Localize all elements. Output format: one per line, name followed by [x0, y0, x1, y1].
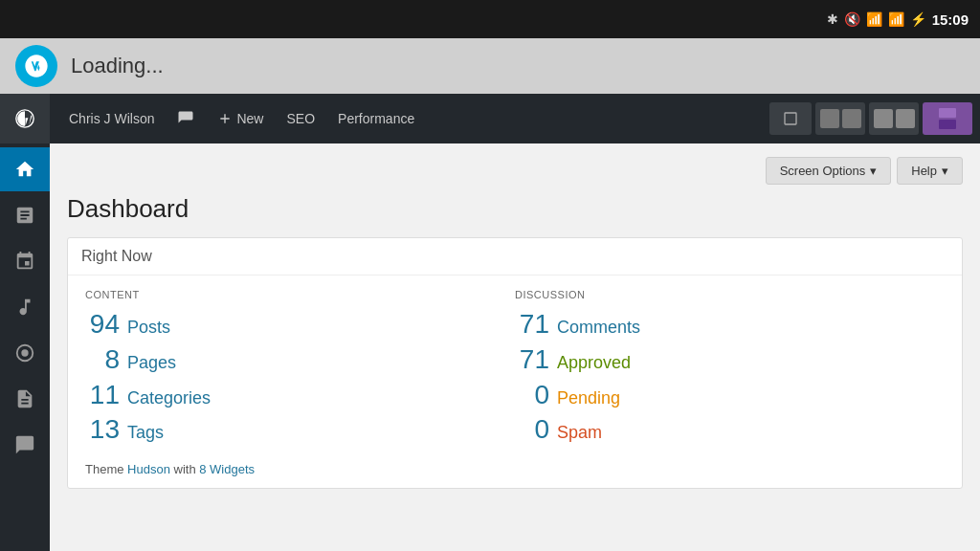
purple-bottom: [939, 120, 956, 129]
screen-options-arrow: ▾: [870, 164, 877, 178]
admin-bar-site-name[interactable]: Chris J Wilson: [59, 94, 164, 143]
theme-line: Theme Hudson with 8 Widgets: [85, 462, 945, 476]
right-now-title: Right Now: [68, 238, 962, 276]
wifi-icon: 📶: [866, 11, 882, 27]
top-bar: Screen Options ▾ Help ▾: [67, 157, 963, 185]
pending-name[interactable]: Pending: [557, 388, 620, 408]
content-section: CONTENT 94 Posts 8 Pages 11 Categories: [85, 289, 515, 451]
discussion-section: DISCUSSION 71 Comments 71 Approved 0 Pen…: [515, 289, 945, 451]
admin-btn-2[interactable]: [815, 102, 865, 135]
screen-options-button[interactable]: Screen Options ▾: [766, 157, 892, 185]
approved-row: 71 Approved: [515, 345, 945, 375]
new-label: New: [236, 111, 263, 126]
page-title: Dashboard: [67, 194, 963, 224]
sidebar-comment-icon: [14, 434, 35, 455]
mute-icon: 🔇: [844, 11, 860, 27]
signal-icon: 📶: [888, 11, 904, 27]
circle-icon: [14, 342, 35, 364]
status-icons: ✱ 🔇 📶 📶 ⚡ 15:09: [827, 11, 969, 28]
posts-icon: [14, 205, 35, 226]
status-time: 15:09: [932, 11, 969, 28]
theme-name-link[interactable]: Hudson: [127, 462, 170, 476]
admin-btn-1[interactable]: [769, 102, 812, 135]
seo-label: SEO: [286, 111, 315, 126]
approved-name[interactable]: Approved: [557, 353, 631, 373]
admin-btn-1-icon: [783, 111, 798, 126]
admin-bar-wp-logo[interactable]: [0, 94, 50, 143]
posts-name[interactable]: Posts: [127, 318, 170, 338]
pin-icon: [14, 251, 35, 272]
admin-btn-2-box2: [842, 109, 861, 128]
categories-name[interactable]: Categories: [127, 388, 211, 408]
categories-row: 11 Categories: [85, 381, 515, 410]
admin-bar: Chris J Wilson New SEO Performance: [0, 94, 980, 143]
admin-bar-new[interactable]: New: [208, 94, 273, 143]
status-bar: ✱ 🔇 📶 📶 ⚡ 15:09: [0, 0, 980, 38]
admin-btn-3[interactable]: [869, 102, 919, 135]
bluetooth-icon: ✱: [827, 11, 838, 27]
comments-count: 71: [515, 310, 549, 340]
screen-options-label: Screen Options: [780, 164, 866, 178]
media-icon: [14, 297, 35, 318]
pending-row: 0 Pending: [515, 381, 945, 410]
pending-count: 0: [515, 381, 549, 410]
spam-count: 0: [515, 415, 549, 445]
categories-count: 11: [85, 381, 120, 410]
approved-count: 71: [515, 345, 549, 375]
battery-icon: ⚡: [910, 11, 926, 27]
help-button[interactable]: Help ▾: [897, 157, 963, 185]
performance-label: Performance: [338, 111, 414, 126]
tags-name[interactable]: Tags: [127, 423, 164, 443]
posts-count: 94: [85, 310, 120, 340]
sidebar-item-home[interactable]: [0, 147, 50, 191]
pages-row: 8 Pages: [85, 345, 515, 375]
discussion-label: DISCUSSION: [515, 289, 945, 300]
admin-wp-icon: [14, 108, 35, 129]
sidebar-item-posts[interactable]: [0, 193, 50, 237]
pages-icon: [14, 388, 35, 409]
wp-logo-large: [15, 45, 57, 87]
admin-bar-comments[interactable]: [167, 94, 204, 143]
posts-row: 94 Posts: [85, 310, 515, 340]
admin-btn-3-box2: [896, 109, 915, 128]
spam-name[interactable]: Spam: [557, 423, 602, 443]
comment-icon: [177, 110, 194, 127]
sidebar-item-media[interactable]: [0, 285, 50, 329]
widget-link[interactable]: 8 Widgets: [199, 462, 255, 476]
admin-bar-items: Chris J Wilson New SEO Performance: [50, 94, 769, 143]
right-now-body: CONTENT 94 Posts 8 Pages 11 Categories: [68, 276, 962, 488]
sidebar-item-pin[interactable]: [0, 239, 50, 283]
sidebar: [0, 143, 50, 551]
admin-btn-2-box1: [820, 109, 839, 128]
spam-row: 0 Spam: [515, 415, 945, 445]
admin-bar-right: [769, 102, 980, 135]
content-label: CONTENT: [85, 289, 515, 300]
comments-name[interactable]: Comments: [557, 318, 640, 338]
comments-row: 71 Comments: [515, 310, 945, 340]
theme-with: with: [170, 462, 199, 476]
content-area: Screen Options ▾ Help ▾ Dashboard Right …: [50, 143, 980, 551]
wp-logo-large-icon: [23, 53, 50, 79]
tags-count: 13: [85, 415, 120, 445]
pages-name[interactable]: Pages: [127, 353, 176, 373]
sidebar-item-pages[interactable]: [0, 377, 50, 421]
theme-text: Theme: [85, 462, 127, 476]
loading-text: Loading...: [71, 54, 164, 78]
admin-bar-seo[interactable]: SEO: [277, 94, 324, 143]
main-layout: Screen Options ▾ Help ▾ Dashboard Right …: [0, 143, 980, 551]
stats-grid: CONTENT 94 Posts 8 Pages 11 Categories: [85, 289, 945, 451]
help-label: Help: [911, 164, 937, 178]
site-name-label: Chris J Wilson: [69, 111, 154, 126]
help-arrow: ▾: [942, 164, 948, 178]
admin-btn-purple[interactable]: [923, 102, 972, 135]
admin-bar-performance[interactable]: Performance: [328, 94, 424, 143]
purple-top: [939, 108, 956, 118]
tags-row: 13 Tags: [85, 415, 515, 445]
sidebar-item-comments[interactable]: [0, 423, 50, 467]
home-icon: [14, 159, 35, 180]
loading-bar: Loading...: [0, 38, 980, 94]
right-now-widget: Right Now CONTENT 94 Posts 8 Pages: [67, 237, 963, 489]
plus-icon: [217, 111, 233, 126]
sidebar-item-circle[interactable]: [0, 331, 50, 375]
svg-point-3: [21, 349, 28, 356]
